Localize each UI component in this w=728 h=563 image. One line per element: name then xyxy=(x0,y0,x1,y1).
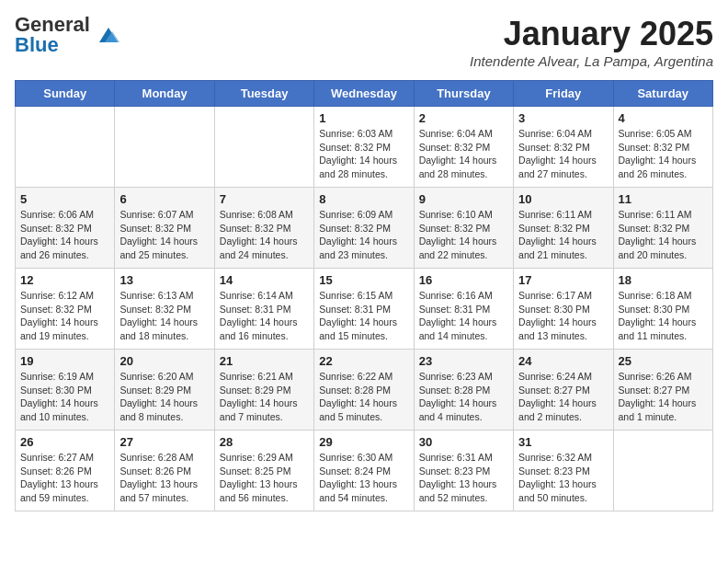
day-number: 23 xyxy=(419,354,508,368)
day-info: Sunrise: 6:28 AM Sunset: 8:26 PM Dayligh… xyxy=(119,451,209,505)
day-info: Sunrise: 6:20 AM Sunset: 8:29 PM Dayligh… xyxy=(119,370,209,424)
day-info: Sunrise: 6:30 AM Sunset: 8:24 PM Dayligh… xyxy=(319,451,408,505)
table-row: 21Sunrise: 6:21 AM Sunset: 8:29 PM Dayli… xyxy=(214,350,313,431)
title-section: January 2025 Intendente Alvear, La Pampa… xyxy=(470,15,713,69)
day-info: Sunrise: 6:10 AM Sunset: 8:32 PM Dayligh… xyxy=(419,208,508,262)
day-number: 7 xyxy=(220,192,309,206)
table-row: 3Sunrise: 6:04 AM Sunset: 8:32 PM Daylig… xyxy=(514,107,613,188)
day-info: Sunrise: 6:11 AM Sunset: 8:32 PM Dayligh… xyxy=(619,208,708,262)
day-number: 8 xyxy=(319,192,408,206)
logo-icon xyxy=(96,22,121,48)
day-number: 10 xyxy=(518,192,608,206)
day-number: 30 xyxy=(419,435,508,449)
table-row xyxy=(214,107,313,188)
table-row: 24Sunrise: 6:24 AM Sunset: 8:27 PM Dayli… xyxy=(514,350,613,431)
table-row: 26Sunrise: 6:27 AM Sunset: 8:26 PM Dayli… xyxy=(16,431,115,511)
col-sunday: Sunday xyxy=(16,81,115,107)
table-row: 11Sunrise: 6:11 AM Sunset: 8:32 PM Dayli… xyxy=(613,188,712,269)
calendar-week-5: 26Sunrise: 6:27 AM Sunset: 8:26 PM Dayli… xyxy=(16,431,713,511)
day-info: Sunrise: 6:19 AM Sunset: 8:30 PM Dayligh… xyxy=(20,370,109,424)
table-row: 20Sunrise: 6:20 AM Sunset: 8:29 PM Dayli… xyxy=(115,350,214,431)
table-row: 23Sunrise: 6:23 AM Sunset: 8:28 PM Dayli… xyxy=(414,350,513,431)
day-number: 4 xyxy=(619,111,708,125)
day-info: Sunrise: 6:04 AM Sunset: 8:32 PM Dayligh… xyxy=(518,127,608,181)
table-row: 18Sunrise: 6:18 AM Sunset: 8:30 PM Dayli… xyxy=(613,269,712,350)
table-row: 4Sunrise: 6:05 AM Sunset: 8:32 PM Daylig… xyxy=(613,107,712,188)
table-row: 31Sunrise: 6:32 AM Sunset: 8:23 PM Dayli… xyxy=(514,431,613,511)
day-number: 25 xyxy=(619,354,708,368)
table-row: 13Sunrise: 6:13 AM Sunset: 8:32 PM Dayli… xyxy=(115,269,214,350)
table-row: 14Sunrise: 6:14 AM Sunset: 8:31 PM Dayli… xyxy=(214,269,313,350)
day-info: Sunrise: 6:13 AM Sunset: 8:32 PM Dayligh… xyxy=(119,289,209,343)
table-row: 1Sunrise: 6:03 AM Sunset: 8:32 PM Daylig… xyxy=(314,107,414,188)
logo: General Blue xyxy=(15,15,121,55)
table-row xyxy=(115,107,214,188)
day-info: Sunrise: 6:17 AM Sunset: 8:30 PM Dayligh… xyxy=(518,289,608,343)
calendar-week-4: 19Sunrise: 6:19 AM Sunset: 8:30 PM Dayli… xyxy=(16,350,713,431)
table-row: 27Sunrise: 6:28 AM Sunset: 8:26 PM Dayli… xyxy=(115,431,214,511)
col-friday: Friday xyxy=(514,81,613,107)
logo-general-text: General xyxy=(15,15,90,35)
table-row: 25Sunrise: 6:26 AM Sunset: 8:27 PM Dayli… xyxy=(613,350,712,431)
calendar-table: Sunday Monday Tuesday Wednesday Thursday… xyxy=(15,80,713,511)
day-info: Sunrise: 6:14 AM Sunset: 8:31 PM Dayligh… xyxy=(220,289,309,343)
table-row: 28Sunrise: 6:29 AM Sunset: 8:25 PM Dayli… xyxy=(214,431,313,511)
day-number: 5 xyxy=(20,192,109,206)
day-number: 19 xyxy=(20,354,109,368)
table-row: 9Sunrise: 6:10 AM Sunset: 8:32 PM Daylig… xyxy=(414,188,513,269)
table-row: 2Sunrise: 6:04 AM Sunset: 8:32 PM Daylig… xyxy=(414,107,513,188)
calendar-week-2: 5Sunrise: 6:06 AM Sunset: 8:32 PM Daylig… xyxy=(16,188,713,269)
month-title: January 2025 xyxy=(470,15,713,53)
table-row: 19Sunrise: 6:19 AM Sunset: 8:30 PM Dayli… xyxy=(16,350,115,431)
day-number: 29 xyxy=(319,435,408,449)
day-info: Sunrise: 6:31 AM Sunset: 8:23 PM Dayligh… xyxy=(419,451,508,505)
location-title: Intendente Alvear, La Pampa, Argentina xyxy=(470,53,713,69)
day-info: Sunrise: 6:05 AM Sunset: 8:32 PM Dayligh… xyxy=(619,127,708,181)
table-row: 22Sunrise: 6:22 AM Sunset: 8:28 PM Dayli… xyxy=(314,350,414,431)
table-row: 30Sunrise: 6:31 AM Sunset: 8:23 PM Dayli… xyxy=(414,431,513,511)
col-tuesday: Tuesday xyxy=(214,81,313,107)
day-number: 11 xyxy=(619,192,708,206)
day-info: Sunrise: 6:32 AM Sunset: 8:23 PM Dayligh… xyxy=(518,451,608,505)
day-number: 21 xyxy=(220,354,309,368)
day-info: Sunrise: 6:23 AM Sunset: 8:28 PM Dayligh… xyxy=(419,370,508,424)
calendar-header-row: Sunday Monday Tuesday Wednesday Thursday… xyxy=(16,81,713,107)
table-row: 12Sunrise: 6:12 AM Sunset: 8:32 PM Dayli… xyxy=(16,269,115,350)
col-saturday: Saturday xyxy=(613,81,712,107)
day-number: 13 xyxy=(119,273,209,287)
day-info: Sunrise: 6:04 AM Sunset: 8:32 PM Dayligh… xyxy=(419,127,508,181)
table-row: 5Sunrise: 6:06 AM Sunset: 8:32 PM Daylig… xyxy=(16,188,115,269)
day-info: Sunrise: 6:06 AM Sunset: 8:32 PM Dayligh… xyxy=(20,208,109,262)
day-number: 22 xyxy=(319,354,408,368)
day-number: 2 xyxy=(419,111,508,125)
calendar-week-1: 1Sunrise: 6:03 AM Sunset: 8:32 PM Daylig… xyxy=(16,107,713,188)
day-info: Sunrise: 6:29 AM Sunset: 8:25 PM Dayligh… xyxy=(220,451,309,505)
logo-blue-text: Blue xyxy=(15,35,90,55)
day-info: Sunrise: 6:18 AM Sunset: 8:30 PM Dayligh… xyxy=(619,289,708,343)
day-number: 27 xyxy=(119,435,209,449)
page-header: General Blue January 2025 Intendente Alv… xyxy=(15,15,713,69)
day-number: 12 xyxy=(20,273,109,287)
table-row: 29Sunrise: 6:30 AM Sunset: 8:24 PM Dayli… xyxy=(314,431,414,511)
day-number: 1 xyxy=(319,111,408,125)
table-row: 6Sunrise: 6:07 AM Sunset: 8:32 PM Daylig… xyxy=(115,188,214,269)
day-number: 28 xyxy=(220,435,309,449)
day-number: 18 xyxy=(619,273,708,287)
day-info: Sunrise: 6:07 AM Sunset: 8:32 PM Dayligh… xyxy=(119,208,209,262)
day-number: 14 xyxy=(220,273,309,287)
table-row: 10Sunrise: 6:11 AM Sunset: 8:32 PM Dayli… xyxy=(514,188,613,269)
day-number: 31 xyxy=(518,435,608,449)
col-monday: Monday xyxy=(115,81,214,107)
table-row: 15Sunrise: 6:15 AM Sunset: 8:31 PM Dayli… xyxy=(314,269,414,350)
table-row xyxy=(613,431,712,511)
day-info: Sunrise: 6:09 AM Sunset: 8:32 PM Dayligh… xyxy=(319,208,408,262)
day-info: Sunrise: 6:16 AM Sunset: 8:31 PM Dayligh… xyxy=(419,289,508,343)
day-number: 24 xyxy=(518,354,608,368)
day-info: Sunrise: 6:27 AM Sunset: 8:26 PM Dayligh… xyxy=(20,451,109,505)
table-row: 16Sunrise: 6:16 AM Sunset: 8:31 PM Dayli… xyxy=(414,269,513,350)
day-info: Sunrise: 6:12 AM Sunset: 8:32 PM Dayligh… xyxy=(20,289,109,343)
day-number: 17 xyxy=(518,273,608,287)
day-number: 15 xyxy=(319,273,408,287)
day-number: 9 xyxy=(419,192,508,206)
day-info: Sunrise: 6:26 AM Sunset: 8:27 PM Dayligh… xyxy=(619,370,708,424)
